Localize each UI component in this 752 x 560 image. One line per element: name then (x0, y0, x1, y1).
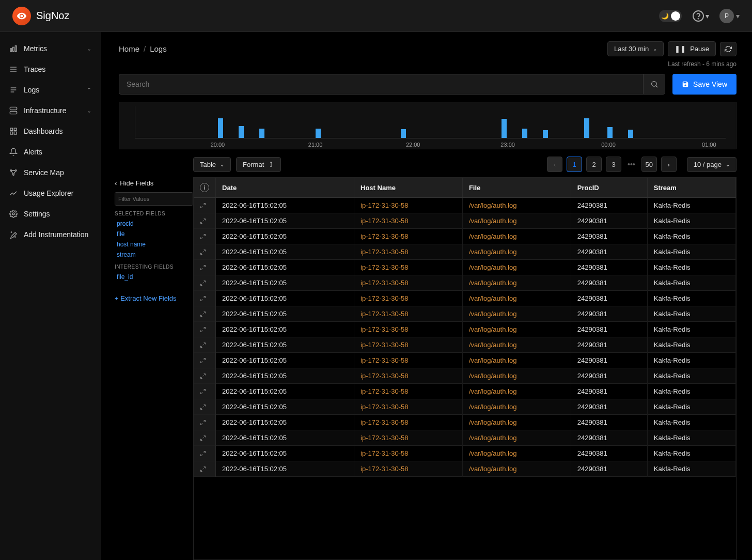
sidebar-item-service-map[interactable]: Service Map (0, 162, 101, 183)
expand-row-button[interactable] (194, 430, 216, 446)
column-procid[interactable]: ProcID (571, 178, 647, 198)
view-mode-selector[interactable]: Table ⌄ (193, 157, 231, 172)
cell-host[interactable]: ip-172-31-30-58 (354, 244, 463, 260)
cell-file[interactable]: /var/log/auth.log (462, 229, 571, 244)
expand-row-button[interactable] (194, 213, 216, 229)
cell-host[interactable]: ip-172-31-30-58 (354, 368, 463, 384)
time-range-selector[interactable]: Last 30 min ⌄ (607, 41, 664, 56)
sidebar-item-settings[interactable]: Settings (0, 204, 101, 224)
cell-host[interactable]: ip-172-31-30-58 (354, 260, 463, 275)
theme-toggle[interactable]: 🌙 (659, 10, 682, 22)
save-view-button[interactable]: Save View (672, 74, 737, 95)
sidebar-item-alerts[interactable]: Alerts (0, 142, 101, 162)
expand-row-button[interactable] (194, 368, 216, 384)
cell-host[interactable]: ip-172-31-30-58 (354, 322, 463, 337)
histogram-chart[interactable]: 20:0021:0022:0023:0000:0001:00 (119, 102, 737, 149)
sidebar-item-metrics[interactable]: Metrics⌄ (0, 38, 101, 59)
cell-host[interactable]: ip-172-31-30-58 (354, 399, 463, 415)
cell-host[interactable]: ip-172-31-30-58 (354, 415, 463, 430)
page-1-button[interactable]: 1 (567, 157, 582, 172)
column-file[interactable]: File (462, 178, 571, 198)
column-stream[interactable]: Stream (647, 178, 735, 198)
page-2-button[interactable]: 2 (586, 157, 602, 172)
expand-row-button[interactable] (194, 275, 216, 291)
field-procid[interactable]: procid (115, 219, 193, 229)
chart-bar[interactable] (584, 118, 589, 138)
cell-host[interactable]: ip-172-31-30-58 (354, 275, 463, 291)
sidebar-item-logs[interactable]: Logs⌃ (0, 80, 101, 100)
cell-file[interactable]: /var/log/auth.log (462, 244, 571, 260)
cell-file[interactable]: /var/log/auth.log (462, 446, 571, 461)
chart-bar[interactable] (502, 119, 507, 138)
breadcrumb-home[interactable]: Home (119, 44, 139, 53)
chart-bar[interactable] (522, 129, 527, 138)
refresh-button[interactable] (720, 42, 737, 56)
cell-file[interactable]: /var/log/auth.log (462, 306, 571, 322)
cell-host[interactable]: ip-172-31-30-58 (354, 353, 463, 368)
format-button[interactable]: Format (236, 157, 281, 172)
expand-row-button[interactable] (194, 306, 216, 322)
chart-bar[interactable] (239, 126, 244, 138)
chart-bar[interactable] (628, 130, 633, 138)
expand-row-button[interactable] (194, 415, 216, 430)
expand-row-button[interactable] (194, 384, 216, 399)
search-button[interactable] (643, 74, 665, 94)
help-menu[interactable]: ▾ (692, 10, 709, 22)
cell-host[interactable]: ip-172-31-30-58 (354, 213, 463, 229)
cell-host[interactable]: ip-172-31-30-58 (354, 337, 463, 353)
expand-row-button[interactable] (194, 244, 216, 260)
chart-bar[interactable] (607, 127, 613, 138)
next-page-button[interactable]: › (661, 157, 677, 172)
expand-row-button[interactable] (194, 291, 216, 306)
hide-fields-toggle[interactable]: ‹ Hide Fields (115, 179, 193, 187)
expand-row-button[interactable] (194, 260, 216, 275)
cell-host[interactable]: ip-172-31-30-58 (354, 384, 463, 399)
expand-row-button[interactable] (194, 337, 216, 353)
chart-bar[interactable] (543, 130, 548, 138)
cell-file[interactable]: /var/log/auth.log (462, 260, 571, 275)
chart-bar[interactable] (218, 118, 223, 138)
expand-row-button[interactable] (194, 353, 216, 368)
cell-file[interactable]: /var/log/auth.log (462, 275, 571, 291)
sidebar-item-traces[interactable]: Traces (0, 59, 101, 80)
sidebar-item-usage-explorer[interactable]: Usage Explorer (0, 183, 101, 204)
expand-row-button[interactable] (194, 399, 216, 415)
cell-file[interactable]: /var/log/auth.log (462, 291, 571, 306)
expand-row-button[interactable] (194, 461, 216, 477)
cell-host[interactable]: ip-172-31-30-58 (354, 198, 463, 213)
cell-host[interactable]: ip-172-31-30-58 (354, 446, 463, 461)
cell-file[interactable]: /var/log/auth.log (462, 415, 571, 430)
cell-file[interactable]: /var/log/auth.log (462, 353, 571, 368)
sidebar-item-add-instrumentation[interactable]: Add Instrumentation (0, 224, 101, 245)
cell-host[interactable]: ip-172-31-30-58 (354, 306, 463, 322)
cell-file[interactable]: /var/log/auth.log (462, 322, 571, 337)
column-date[interactable]: Date (216, 178, 354, 198)
cell-file[interactable]: /var/log/auth.log (462, 368, 571, 384)
page-last-button[interactable]: 50 (641, 157, 657, 172)
expand-row-button[interactable] (194, 229, 216, 244)
sidebar-item-infrastructure[interactable]: Infrastructure⌄ (0, 100, 101, 121)
cell-host[interactable]: ip-172-31-30-58 (354, 430, 463, 446)
prev-page-button[interactable]: ‹ (547, 157, 562, 172)
info-column-header[interactable]: i (194, 178, 216, 198)
page-3-button[interactable]: 3 (606, 157, 621, 172)
filter-values-input[interactable] (115, 193, 193, 205)
per-page-selector[interactable]: 10 / page ⌄ (687, 157, 737, 172)
cell-host[interactable]: ip-172-31-30-58 (354, 461, 463, 477)
chart-bar[interactable] (316, 129, 321, 138)
expand-row-button[interactable] (194, 446, 216, 461)
chart-bar[interactable] (259, 129, 264, 138)
cell-file[interactable]: /var/log/auth.log (462, 430, 571, 446)
cell-file[interactable]: /var/log/auth.log (462, 399, 571, 415)
field-stream[interactable]: stream (115, 250, 193, 260)
field-file_id[interactable]: file_id (115, 272, 193, 282)
cell-file[interactable]: /var/log/auth.log (462, 198, 571, 213)
expand-row-button[interactable] (194, 198, 216, 213)
pause-button[interactable]: ❚❚ Pause (668, 41, 716, 56)
field-file[interactable]: file (115, 229, 193, 239)
column-hostname[interactable]: Host Name (354, 178, 463, 198)
chart-bar[interactable] (401, 129, 406, 138)
user-menu[interactable]: P ▾ (719, 9, 740, 23)
field-host-name[interactable]: host name (115, 239, 193, 250)
extract-fields-link[interactable]: + Extract New Fields (115, 294, 193, 302)
